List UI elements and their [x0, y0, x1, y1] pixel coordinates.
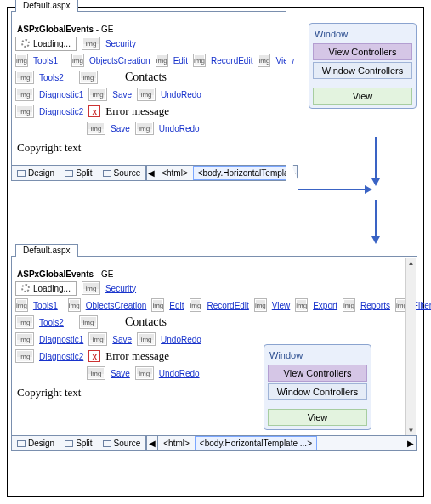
- window-controllers-button[interactable]: Window Controllers: [268, 383, 367, 400]
- image-placeholder-icon: img: [135, 366, 154, 380]
- image-placeholder-icon: img: [151, 298, 164, 312]
- view-source-tab[interactable]: Source: [98, 437, 146, 450]
- arrow-right: [298, 189, 365, 190]
- layout-icon: [17, 170, 26, 177]
- breadcrumb: <html> <body.HorizontalTemplate ...>: [156, 166, 287, 180]
- diagram-canvas: Default.aspx ASPxGlobalEvents - GE Loadi…: [7, 7, 424, 497]
- view-design-tab[interactable]: Design: [12, 437, 60, 450]
- view-controllers-button[interactable]: View Controllers: [268, 365, 367, 382]
- loading-indicator: Loading...: [15, 281, 77, 296]
- error-message-text: Error message: [105, 349, 169, 363]
- image-placeholder-icon: img: [15, 54, 28, 67]
- vertical-scrollbar[interactable]: ▲ ▼: [405, 258, 416, 435]
- link-edit[interactable]: Edit: [169, 301, 184, 310]
- image-placeholder-icon: img: [87, 122, 105, 135]
- window-panel-top: Window View Controllers Window Controlle…: [309, 23, 417, 109]
- heading-contacts: Contacts: [125, 315, 167, 329]
- link-view[interactable]: View: [272, 301, 291, 310]
- file-tab[interactable]: Default.aspx: [15, 0, 78, 12]
- error-icon: x: [88, 105, 100, 117]
- image-placeholder-icon: img: [135, 122, 154, 135]
- link-undoredo[interactable]: UndoRedo: [159, 124, 200, 133]
- layout-icon: [103, 440, 111, 447]
- view-controllers-button[interactable]: View Controllers: [313, 43, 412, 60]
- arrow-head-icon: [371, 236, 380, 244]
- file-tab-label: Default.aspx: [23, 246, 71, 255]
- image-placeholder-icon: img: [254, 298, 267, 312]
- window-controllers-button[interactable]: Window Controllers: [313, 62, 412, 79]
- link-tools2[interactable]: Tools2: [39, 73, 64, 82]
- view-source-tab[interactable]: Source: [98, 167, 146, 179]
- image-placeholder-icon: img: [15, 298, 28, 312]
- crumb-body[interactable]: <body.HorizontalTemplate ...>: [193, 166, 287, 180]
- image-placeholder-icon: img: [295, 298, 308, 312]
- link-diagnostic1[interactable]: Diagnostic1: [39, 90, 83, 99]
- image-placeholder-icon: img: [15, 71, 34, 84]
- link-security[interactable]: Security: [105, 39, 136, 48]
- crumb-html[interactable]: <html>: [158, 436, 195, 450]
- crumb-right-button[interactable]: ▶: [405, 436, 417, 450]
- crumb-html[interactable]: <html>: [156, 166, 193, 180]
- link-tools2[interactable]: Tools2: [39, 318, 64, 327]
- spinner-icon: [21, 284, 30, 292]
- link-undoredo[interactable]: UndoRedo: [159, 369, 200, 378]
- layout-icon: [103, 170, 111, 177]
- image-placeholder-icon: img: [15, 105, 34, 118]
- link-undoredo[interactable]: UndoRedo: [161, 335, 201, 344]
- link-export[interactable]: Export: [313, 301, 337, 310]
- window-panel-title: Window: [315, 29, 411, 39]
- link-reports[interactable]: Reports: [360, 301, 390, 310]
- image-placeholder-icon: img: [15, 349, 34, 363]
- image-placeholder-icon: img: [343, 298, 355, 312]
- link-save[interactable]: Save: [112, 335, 132, 344]
- link-edit[interactable]: Edit: [173, 56, 188, 65]
- crumb-body[interactable]: <body.HorizontalTemplate ...>: [195, 436, 317, 450]
- link-security[interactable]: Security: [105, 284, 136, 293]
- image-placeholder-icon: img: [156, 54, 168, 67]
- link-save[interactable]: Save: [111, 124, 130, 133]
- error-message-text: Error message: [105, 105, 169, 118]
- image-placeholder-icon: img: [79, 315, 98, 329]
- crumb-left-button[interactable]: ◀: [146, 436, 158, 450]
- link-recordedit[interactable]: RecordEdit: [207, 301, 248, 310]
- crumb-left-button[interactable]: ◀: [146, 166, 156, 180]
- caret-right-icon: ▶: [407, 439, 414, 448]
- link-save[interactable]: Save: [111, 369, 130, 378]
- link-objectscreation[interactable]: ObjectsCreation: [89, 56, 150, 65]
- image-placeholder-icon: img: [68, 298, 81, 312]
- image-placeholder-icon: img: [258, 54, 270, 67]
- row-tools2: img Tools2 img Contacts: [15, 70, 294, 85]
- view-split-tab[interactable]: Split: [60, 167, 97, 179]
- link-diagnostic2[interactable]: Diagnostic2: [39, 352, 83, 361]
- link-tools1[interactable]: Tools1: [33, 301, 58, 310]
- view-split-tab[interactable]: Split: [60, 437, 97, 450]
- link-objectscreation[interactable]: ObjectsCreation: [86, 301, 147, 310]
- link-diagnostic2[interactable]: Diagnostic2: [39, 107, 83, 116]
- link-tools1[interactable]: Tools1: [33, 56, 58, 65]
- view-button[interactable]: View: [268, 409, 367, 426]
- row-tools1-full: img Tools1 img ObjectsCreation img Edit …: [15, 297, 405, 313]
- caret-left-icon: ◀: [149, 439, 156, 448]
- image-placeholder-icon: img: [137, 332, 156, 346]
- file-tab[interactable]: Default.aspx: [15, 244, 78, 257]
- link-recordedit[interactable]: RecordEdit: [211, 56, 252, 65]
- image-placeholder-icon: img: [193, 54, 206, 67]
- image-placeholder-icon: img: [15, 332, 34, 346]
- layout-icon: [65, 440, 73, 447]
- link-diagnostic1[interactable]: Diagnostic1: [39, 335, 83, 344]
- view-design-tab[interactable]: Design: [12, 167, 60, 179]
- row-loading: Loading... img Security: [15, 36, 294, 51]
- view-button[interactable]: View: [313, 88, 412, 105]
- spinner-icon: [21, 39, 30, 48]
- link-save[interactable]: Save: [112, 90, 132, 99]
- row-save2: img Save img UndoRedo: [15, 121, 294, 136]
- image-placeholder-icon: img: [71, 54, 84, 67]
- window-panel-bottom: Window View Controllers Window Controlle…: [264, 344, 371, 430]
- design-surface-top: ASPxGlobalEvents - GE Loading... img Sec…: [12, 23, 298, 165]
- scroll-up-icon: ▲: [406, 258, 416, 268]
- link-filters[interactable]: Filters: [413, 301, 431, 310]
- link-undoredo[interactable]: UndoRedo: [161, 90, 201, 99]
- layout-icon: [17, 440, 26, 447]
- loading-text: Loading...: [33, 284, 71, 293]
- loading-text: Loading...: [33, 39, 71, 48]
